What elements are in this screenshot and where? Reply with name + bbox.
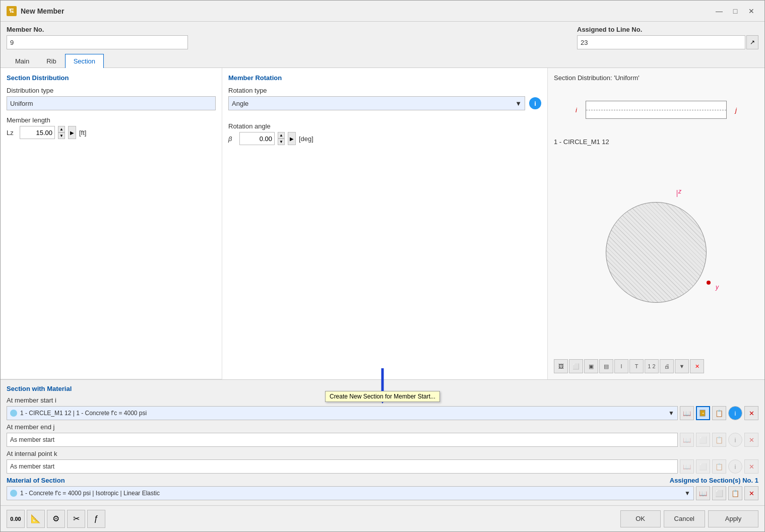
beta-label: β bbox=[228, 135, 236, 143]
i-beam-button[interactable]: I bbox=[614, 359, 628, 373]
number-btn[interactable]: 1 2 bbox=[645, 359, 659, 373]
member-icon-button[interactable]: 📐 bbox=[27, 510, 45, 528]
material-dropdown-arrow: ▼ bbox=[684, 490, 690, 497]
minimize-button[interactable]: — bbox=[712, 5, 726, 17]
member-end-book-button[interactable]: 📖 bbox=[680, 433, 694, 447]
lz-down-button[interactable]: ▼ bbox=[58, 132, 65, 139]
distribution-type-select[interactable]: Uniform bbox=[7, 96, 216, 110]
main-window: 🏗 New Member — □ ✕ Member No. Assigned t… bbox=[0, 0, 765, 532]
material-new-button[interactable]: ⬜ bbox=[712, 486, 726, 500]
material-copy-button[interactable]: 📋 bbox=[728, 486, 742, 500]
member-end-controls: As member start 📖 ⬜ 📋 i ✕ bbox=[7, 433, 758, 447]
apply-button[interactable]: Apply bbox=[708, 510, 758, 527]
rect3-button[interactable]: ▤ bbox=[599, 359, 613, 373]
print-dropdown-button[interactable]: ▼ bbox=[675, 359, 689, 373]
title-bar: 🏗 New Member — □ ✕ bbox=[1, 1, 764, 22]
svg-text:+: + bbox=[702, 411, 705, 416]
member-start-controls: 1 - CIRCLE_M1 12 | 1 - Concrete f'c = 40… bbox=[7, 406, 758, 420]
assigned-section-label: Assigned to Section(s) No. 1 bbox=[670, 477, 758, 484]
member-rotation-title: Member Rotation bbox=[228, 74, 541, 82]
member-end-dropdown[interactable]: As member start bbox=[7, 433, 678, 447]
close-button[interactable]: ✕ bbox=[744, 5, 758, 17]
at-member-end-group: At member end j As member start 📖 ⬜ 📋 i … bbox=[7, 423, 758, 447]
ok-button[interactable]: OK bbox=[620, 510, 661, 527]
scissors-icon-button[interactable]: ✂ bbox=[67, 510, 85, 528]
t-beam-button[interactable]: T bbox=[629, 359, 644, 373]
rotation-info-button[interactable]: i bbox=[529, 97, 541, 109]
title-bar-left: 🏗 New Member bbox=[7, 6, 64, 16]
assigned-action-button[interactable]: ↗ bbox=[746, 35, 758, 49]
internal-delete-button[interactable]: ✕ bbox=[744, 459, 758, 474]
tab-section[interactable]: Section bbox=[65, 54, 104, 68]
internal-info-button: i bbox=[728, 459, 742, 474]
y-axis-dot bbox=[707, 281, 711, 285]
member-no-group: Member No. bbox=[7, 26, 188, 49]
beta-arrow-button[interactable]: ▶ bbox=[288, 132, 296, 145]
internal-book-button[interactable]: 📖 bbox=[680, 459, 694, 474]
settings-icon-button[interactable]: ⚙ bbox=[47, 510, 65, 528]
member-start-book-button[interactable]: 📖 bbox=[680, 406, 694, 420]
material-controls: 1 - Concrete f'c = 4000 psi | Isotropic … bbox=[7, 486, 758, 500]
delete-icon-button[interactable]: ✕ bbox=[690, 359, 704, 373]
section-material-title: Section with Material bbox=[7, 385, 72, 392]
i-label: i bbox=[576, 106, 577, 114]
lz-label: Lz bbox=[7, 129, 17, 137]
rect-select-button[interactable]: ⬜ bbox=[569, 359, 583, 373]
lz-row: Lz ▲ ▼ ▶ [ft] bbox=[7, 126, 216, 139]
beam-center-line bbox=[586, 110, 726, 110]
lz-up-button[interactable]: ▲ bbox=[58, 126, 65, 132]
material-header: Material of Section Assigned to Section(… bbox=[7, 477, 758, 484]
rotation-dropdown-arrow: ▼ bbox=[515, 100, 522, 107]
beta-input[interactable] bbox=[239, 132, 275, 145]
tab-rib[interactable]: Rib bbox=[38, 54, 65, 68]
coord-button[interactable]: 0.00 bbox=[7, 510, 25, 528]
rotation-type-select[interactable]: Angle ▼ bbox=[228, 96, 525, 110]
print-button[interactable]: 🖨 bbox=[660, 359, 674, 373]
member-no-input[interactable] bbox=[7, 35, 188, 49]
z-axis-label: z bbox=[678, 188, 681, 195]
beta-up-button[interactable]: ▲ bbox=[278, 132, 285, 139]
material-dropdown[interactable]: 1 - Concrete f'c = 4000 psi | Isotropic … bbox=[7, 486, 694, 500]
material-title: Material of Section bbox=[7, 477, 65, 484]
rect2-button[interactable]: ▣ bbox=[584, 359, 598, 373]
member-start-new-section-button[interactable]: + bbox=[696, 406, 710, 420]
middle-panel: Member Rotation Rotation type Angle ▼ i … bbox=[222, 68, 548, 379]
window-title: New Member bbox=[21, 7, 64, 15]
member-end-info-button: i bbox=[728, 433, 742, 447]
beam-preview-area: i j bbox=[554, 90, 758, 130]
member-end-new-section-button[interactable]: ⬜ bbox=[696, 433, 710, 447]
lz-spin: ▲ ▼ bbox=[58, 126, 65, 139]
beta-down-button[interactable]: ▼ bbox=[278, 139, 285, 145]
internal-copy-button[interactable]: 📋 bbox=[712, 459, 726, 474]
material-delete-button[interactable]: ✕ bbox=[744, 486, 758, 500]
circle-preview: z y bbox=[601, 197, 712, 308]
beta-row: β ▲ ▼ ▶ [deg] bbox=[228, 132, 541, 145]
cancel-button[interactable]: Cancel bbox=[664, 510, 705, 527]
formula-icon-button[interactable]: ƒ bbox=[87, 510, 105, 528]
member-start-info-button[interactable]: i bbox=[728, 406, 742, 420]
lz-input[interactable] bbox=[20, 126, 55, 139]
tab-main[interactable]: Main bbox=[7, 54, 38, 68]
bottom-right-buttons: OK Cancel Apply bbox=[620, 510, 758, 527]
internal-controls: As member start 📖 ⬜ 📋 i ✕ bbox=[7, 459, 758, 474]
member-start-dropdown[interactable]: 1 - CIRCLE_M1 12 | 1 - Concrete f'c = 40… bbox=[7, 406, 678, 420]
photo-icon-button[interactable]: 🖼 bbox=[554, 359, 568, 373]
internal-new-section-button[interactable]: ⬜ bbox=[696, 459, 710, 474]
maximize-button[interactable]: □ bbox=[728, 5, 742, 17]
at-member-end-label: At member end j bbox=[7, 423, 758, 431]
rotation-type-field-row: Angle ▼ i bbox=[228, 96, 541, 110]
member-end-copy-button[interactable]: 📋 bbox=[712, 433, 726, 447]
assigned-input[interactable] bbox=[577, 35, 745, 49]
member-start-delete-button[interactable]: ✕ bbox=[744, 406, 758, 420]
lz-arrow-button[interactable]: ▶ bbox=[68, 126, 76, 139]
y-axis-label: y bbox=[716, 284, 719, 291]
material-book-button[interactable]: 📖 bbox=[696, 486, 710, 500]
at-internal-group: At internal point k As member start 📖 ⬜ … bbox=[7, 450, 758, 474]
circle-shape bbox=[606, 202, 707, 303]
assigned-field-with-btn: ↗ bbox=[577, 35, 758, 49]
rotation-type-row: Rotation type Angle ▼ i bbox=[228, 87, 541, 116]
member-start-copy-button[interactable]: 📋 bbox=[712, 406, 726, 420]
member-end-delete-button[interactable]: ✕ bbox=[744, 433, 758, 447]
middle-field-group bbox=[192, 26, 573, 49]
internal-dropdown[interactable]: As member start bbox=[7, 459, 678, 474]
